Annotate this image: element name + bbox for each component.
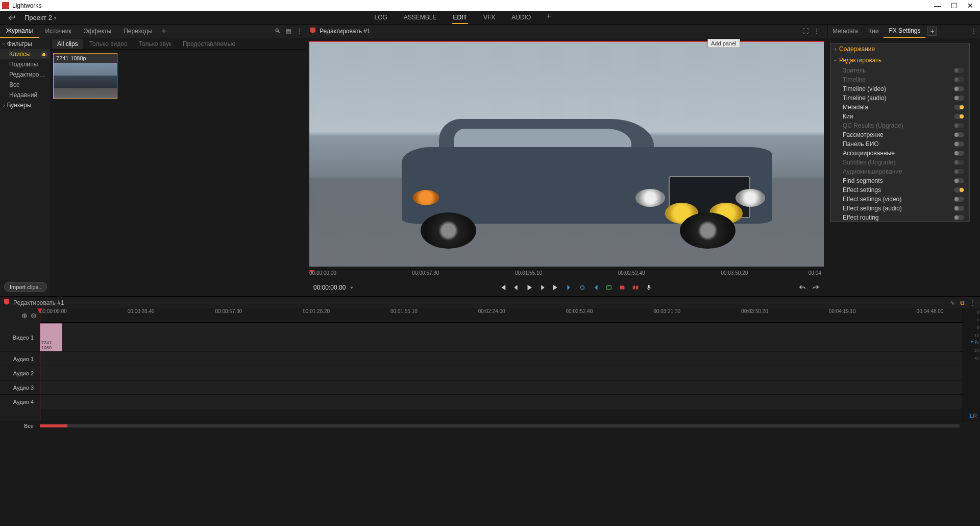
add-layout-button[interactable]: + [546, 12, 551, 24]
track-label-audio1[interactable]: Аудио 1 [0, 351, 40, 366]
panel-option-toggle[interactable] [954, 151, 964, 156]
panel-option-toggle[interactable] [954, 86, 964, 91]
track-label-audio4[interactable]: Аудио 4 [0, 394, 40, 409]
window-minimize-button[interactable]: — [934, 2, 941, 9]
audio-track-1[interactable] [40, 351, 963, 366]
sidebar-bunkers-section[interactable]: Бункеры [0, 100, 50, 110]
track-label-audio2[interactable]: Аудио 2 [0, 366, 40, 380]
project-selector[interactable]: Проект 2 ▾ [24, 14, 57, 21]
panel-option-toggle[interactable] [954, 105, 964, 110]
panel-option-row[interactable]: Timeline (video) [830, 84, 969, 93]
subtab-effects[interactable]: Эффекты [78, 25, 118, 38]
add-panel-button[interactable]: + [927, 27, 937, 36]
mic-button[interactable] [645, 283, 653, 292]
panel-option-toggle[interactable] [954, 215, 964, 220]
panel-option-row[interactable]: Рассмотрение [830, 130, 969, 139]
audio-track-4[interactable] [40, 394, 963, 409]
delete-button[interactable] [631, 283, 640, 292]
redo-button[interactable] [812, 283, 820, 292]
track-label-audio3[interactable]: Аудио 3 [0, 380, 40, 394]
zoom-out-button[interactable]: ⊖ [31, 312, 37, 320]
right-panel-menu-icon[interactable]: ⋮ [971, 28, 977, 35]
panel-option-row[interactable]: Кии [830, 112, 969, 121]
timeline-body[interactable]: 00:00:00.00· · · · · · · · · ·00:00:28.4… [40, 308, 963, 421]
panel-option-row[interactable]: Ассоциированные [830, 149, 969, 158]
video-track-1[interactable]: 7241-1080 [40, 323, 963, 351]
viewer-menu-icon[interactable]: ⋮ [814, 28, 820, 35]
import-clips-button[interactable]: Import clips.. [4, 282, 47, 292]
panel-option-toggle[interactable] [954, 132, 964, 137]
panel-option-row[interactable]: Effect settings [830, 185, 969, 195]
viewer-scrub-bar[interactable]: 00:00:00.00 00:00:57.30 00:01:55.10 00:0… [309, 270, 824, 279]
sidebar-item-edits[interactable]: Редактирова.. [0, 69, 50, 80]
tab-assemble[interactable]: ASSEMBLE [403, 12, 438, 24]
filter-provided[interactable]: Предоставляемые [178, 39, 240, 49]
go-start-button[interactable] [499, 283, 507, 292]
panel-option-row[interactable]: Effect routing [830, 213, 969, 222]
panel-option-toggle[interactable] [954, 206, 964, 211]
undo-button[interactable] [798, 283, 806, 292]
sidebar-item-subclips[interactable]: Подклипы [0, 59, 50, 69]
audio-track-2[interactable] [40, 366, 963, 380]
panel-option-row[interactable]: Панель БИО [830, 139, 969, 149]
clip-thumbnail[interactable]: 7241-1080p [53, 53, 117, 99]
overview-bar[interactable] [40, 424, 960, 427]
filter-video-only[interactable]: Только видео [84, 39, 133, 49]
popover-section-content[interactable]: Содержание [830, 43, 969, 55]
timeline-menu-icon[interactable]: ⋮ [970, 299, 976, 306]
step-back-button[interactable] [512, 283, 520, 292]
zoom-in-button[interactable]: ⊕ [21, 312, 28, 320]
fullscreen-icon[interactable]: ⛶ [802, 28, 808, 35]
panel-menu-icon[interactable]: ⋮ [297, 28, 303, 35]
timecode-dropdown-icon[interactable]: ▾ [351, 285, 353, 290]
add-subtab-button[interactable]: + [162, 27, 166, 36]
panel-option-toggle[interactable] [954, 95, 964, 101]
panel-option-row[interactable]: Effect settings (video) [830, 195, 969, 204]
window-close-button[interactable]: ✕ [967, 2, 974, 9]
track-label-video1[interactable]: Видео 1 [0, 323, 40, 351]
grid-view-icon[interactable]: ▦ [286, 28, 291, 35]
tab-cues[interactable]: Кии [863, 25, 884, 38]
subtab-journals[interactable]: Журналы [0, 25, 39, 38]
filter-audio-only[interactable]: Только звук [134, 39, 177, 49]
panel-option-row[interactable]: Metadata [830, 103, 969, 112]
popover-section-edit[interactable]: Редактировать [830, 55, 969, 66]
waveform-icon[interactable]: ∿ [950, 299, 955, 306]
panel-option-row[interactable]: Find segments [830, 176, 969, 185]
timecode-display[interactable]: 00:00:00.00 [313, 284, 346, 291]
tab-log[interactable]: LOG [373, 12, 388, 24]
subtab-source[interactable]: Источник [39, 25, 77, 38]
subtab-transitions[interactable]: Переходы [117, 25, 158, 38]
mark-in-button[interactable] [565, 283, 573, 292]
timeline-clip[interactable]: 7241-1080 [40, 323, 62, 351]
play-button[interactable] [525, 283, 533, 292]
back-button[interactable] [0, 14, 24, 21]
window-maximize-button[interactable]: ☐ [950, 2, 958, 9]
search-icon[interactable]: 🔍︎ [275, 28, 281, 35]
tab-edit[interactable]: EDIT [452, 12, 468, 24]
snap-icon[interactable]: ⧉ [960, 299, 965, 306]
mark-clear-button[interactable] [578, 283, 586, 292]
panel-option-toggle[interactable] [954, 187, 964, 193]
sidebar-item-all[interactable]: Все [0, 80, 50, 90]
step-forward-button[interactable] [538, 283, 547, 292]
tab-vfx[interactable]: VFX [482, 12, 496, 24]
mark-out-button[interactable] [592, 283, 600, 292]
tab-fx-settings[interactable]: FX Settings [884, 25, 925, 38]
filter-all-clips[interactable]: All clips [52, 39, 83, 49]
video-viewer[interactable] [309, 41, 824, 267]
panel-option-toggle[interactable] [954, 178, 964, 183]
panel-option-toggle[interactable] [954, 141, 964, 147]
panel-option-toggle[interactable] [954, 114, 964, 119]
audio-track-3[interactable] [40, 380, 963, 394]
go-end-button[interactable] [552, 283, 560, 292]
panel-option-row[interactable]: Timeline (audio) [830, 93, 969, 103]
sidebar-item-clips[interactable]: Клипсы [0, 49, 50, 59]
tab-audio[interactable]: AUDIO [510, 12, 532, 24]
overview-label[interactable]: Все [0, 423, 40, 429]
panel-option-toggle[interactable] [954, 197, 964, 202]
panel-option-row[interactable]: Effect settings (audio) [830, 204, 969, 213]
tab-metadata[interactable]: Metadata [827, 25, 863, 38]
sidebar-filters-section[interactable]: Фильтры [0, 39, 50, 49]
insert-button[interactable] [605, 283, 613, 292]
